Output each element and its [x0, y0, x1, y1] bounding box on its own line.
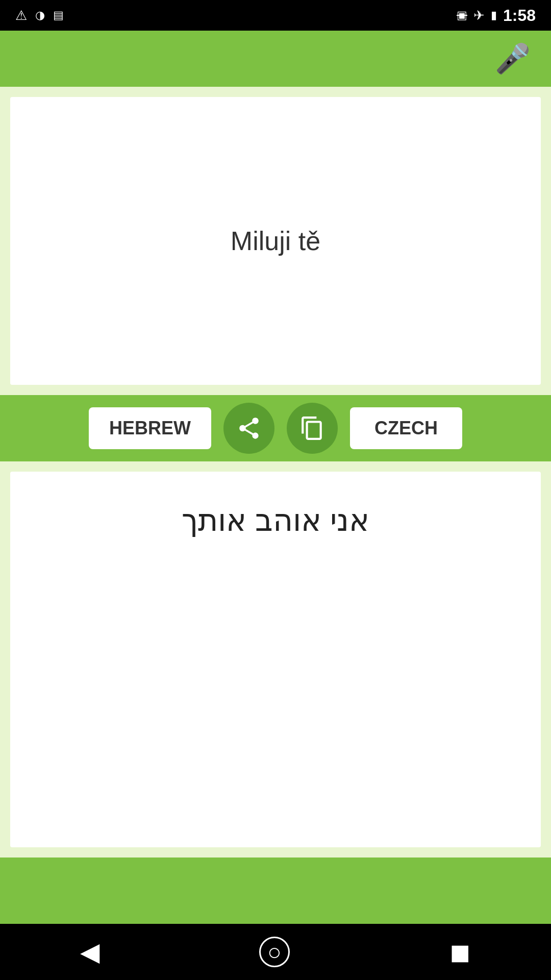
copy-button[interactable]	[287, 403, 338, 454]
source-text: Miluji tě	[210, 205, 341, 277]
target-language-button[interactable]: CZECH	[350, 407, 462, 449]
main-content: Miluji tě HEBREW CZECH אני אוהב אותך	[0, 87, 551, 924]
back-icon: ◀	[80, 937, 99, 967]
back-button[interactable]: ◀	[80, 937, 99, 967]
target-text: אני אוהב אותך	[161, 502, 389, 538]
battery-icon: ▮	[491, 9, 497, 22]
share-button[interactable]	[223, 403, 274, 454]
status-time: 1:58	[503, 6, 536, 25]
source-language-button[interactable]: HEBREW	[89, 407, 211, 449]
airplane-icon: ✈	[473, 8, 485, 23]
microphone-button[interactable]: 🎤	[495, 42, 531, 76]
warning-icon: ⚠	[15, 8, 27, 23]
status-bar-right: ▣ ✈ ▮ 1:58	[457, 6, 536, 25]
target-text-area[interactable]: אני אוהב אותך	[10, 472, 541, 847]
status-bar: ⚠ ◑ ▤ ▣ ✈ ▮ 1:58	[0, 0, 551, 31]
share-icon	[236, 415, 262, 441]
status-bar-left: ⚠ ◑ ▤	[15, 8, 64, 23]
recent-icon: ◼	[449, 937, 471, 967]
copy-icon	[299, 415, 325, 441]
bottom-green-bar	[0, 857, 551, 924]
language-toolbar: HEBREW CZECH	[0, 395, 551, 461]
sdcard-icon: ▤	[53, 9, 64, 22]
home-icon: ○	[259, 937, 290, 967]
top-bar: 🎤	[0, 31, 551, 87]
signal-icon: ▣	[457, 9, 467, 22]
source-text-area[interactable]: Miluji tě	[10, 97, 541, 385]
microphone-icon: 🎤	[495, 42, 531, 76]
clock-icon: ◑	[35, 9, 45, 22]
home-button[interactable]: ○	[259, 937, 290, 967]
navigation-bar: ◀ ○ ◼	[0, 924, 551, 980]
recent-button[interactable]: ◼	[449, 937, 471, 967]
